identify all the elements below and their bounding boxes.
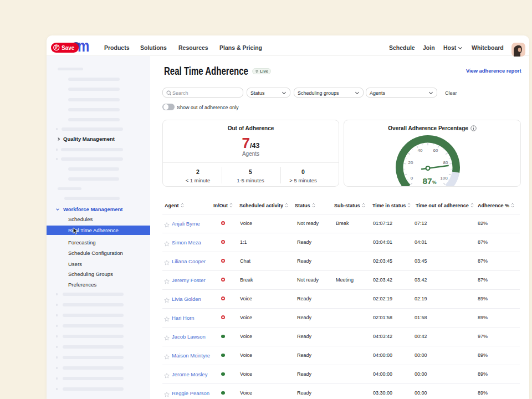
svg-text:80: 80	[443, 160, 448, 165]
svg-text:%: %	[432, 180, 437, 185]
svg-text:40: 40	[418, 148, 423, 153]
svg-text:87: 87	[422, 176, 432, 186]
svg-text:100: 100	[440, 176, 448, 181]
svg-text:20: 20	[408, 160, 413, 165]
svg-text:P: P	[55, 45, 58, 50]
svg-text:60: 60	[433, 148, 438, 153]
svg-text:0: 0	[411, 176, 413, 181]
